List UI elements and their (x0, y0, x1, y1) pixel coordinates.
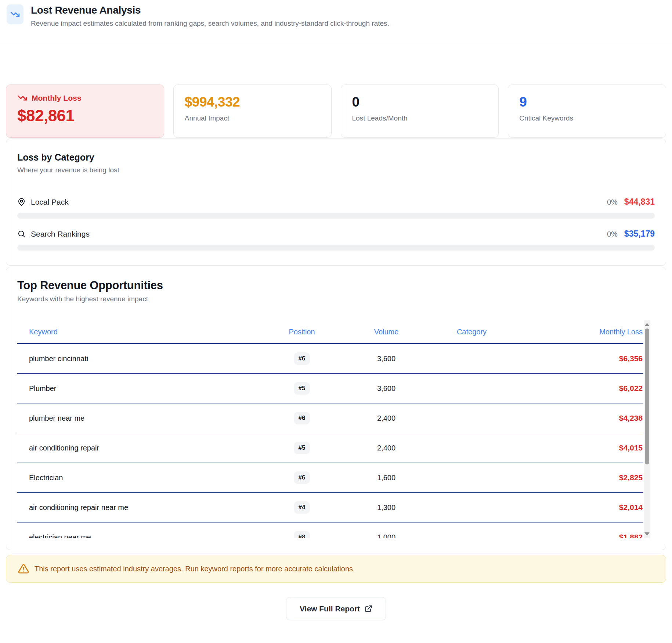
column-header-keyword[interactable]: Keyword (17, 328, 252, 336)
keyword-cell: electrician near me (17, 533, 252, 539)
volume-cell: 3,600 (351, 355, 421, 363)
trending-down-icon (7, 4, 24, 24)
loss-by-category-card: Loss by Category Where your revenue is b… (6, 139, 666, 266)
category-percent: 0% (607, 230, 618, 238)
position-badge: #6 (294, 412, 310, 424)
page-title: Lost Revenue Analysis (31, 4, 389, 16)
page-header: Lost Revenue Analysis Revenue impact est… (0, 0, 672, 42)
monthly-loss-cell: $6,356 (522, 354, 643, 363)
keyword-cell: Electrician (17, 474, 252, 482)
keyword-cell: plumber near me (17, 414, 252, 423)
table-header-row: Keyword Position Volume Category Monthly… (17, 320, 643, 344)
volume-cell: 1,600 (351, 474, 421, 482)
local-pack-progress-bar (17, 213, 655, 219)
monthly-loss-cell: $1,882 (522, 533, 643, 538)
category-label: Local Pack (31, 198, 69, 206)
category-row-local-pack: Local Pack 0% $44,831 (17, 197, 655, 207)
search-icon (17, 230, 26, 238)
column-header-position[interactable]: Position (252, 328, 351, 336)
stats-row: Monthly Loss $82,861 $994,332 Annual Imp… (6, 85, 666, 138)
position-badge: #6 (294, 352, 310, 365)
position-badge: #6 (294, 471, 310, 484)
lost-leads-label: Lost Leads/Month (352, 114, 488, 122)
loss-by-category-subtitle: Where your revenue is being lost (17, 166, 655, 174)
search-rankings-progress-bar (17, 245, 655, 251)
table-row: Plumber #5 3,600 $6,022 (17, 374, 643, 403)
volume-cell: 1,000 (351, 533, 421, 539)
position-badge: #5 (294, 442, 310, 454)
table-row: electrician near me #8 1,000 $1,882 (17, 522, 643, 538)
monthly-loss-label: Monthly Loss (32, 94, 81, 103)
monthly-loss-cell: $4,015 (522, 443, 643, 452)
stat-card-annual-impact: $994,332 Annual Impact (173, 85, 332, 138)
table-row: plumber cincinnati #6 3,600 $6,356 (17, 344, 643, 374)
keyword-cell: air conditioning repair (17, 444, 252, 452)
scrollbar-up-arrow-icon[interactable] (644, 323, 650, 326)
warning-triangle-icon (18, 563, 29, 574)
category-amount: $35,179 (624, 229, 655, 239)
view-full-report-label: View Full Report (300, 604, 360, 613)
volume-cell: 2,400 (351, 414, 421, 423)
stat-card-critical-keywords: 9 Critical Keywords (508, 85, 666, 138)
opportunities-subtitle: Keywords with the highest revenue impact (17, 295, 655, 303)
position-badge: #4 (294, 501, 310, 514)
monthly-loss-cell: $6,022 (522, 384, 643, 393)
annual-impact-value: $994,332 (185, 94, 320, 110)
lost-leads-value: 0 (352, 94, 488, 110)
opportunities-table: Keyword Position Volume Category Monthly… (17, 320, 655, 538)
volume-cell: 2,400 (351, 444, 421, 452)
scrollbar-down-arrow-icon[interactable] (644, 532, 650, 536)
monthly-loss-cell: $4,238 (522, 414, 643, 423)
opportunities-title: Top Revenue Opportunities (17, 279, 655, 292)
table-row: Electrician #6 1,600 $2,825 (17, 463, 643, 493)
table-scrollbar[interactable] (644, 320, 650, 538)
top-revenue-opportunities-card: Top Revenue Opportunities Keywords with … (6, 267, 666, 550)
external-link-icon (365, 605, 372, 613)
estimate-warning-banner: This report uses estimated industry aver… (6, 555, 666, 583)
category-amount: $44,831 (624, 197, 655, 207)
table-row: air conditioning repair #5 2,400 $4,015 (17, 433, 643, 463)
stat-card-monthly-loss: Monthly Loss $82,861 (6, 85, 164, 138)
monthly-loss-cell: $2,014 (522, 503, 643, 512)
position-badge: #5 (294, 382, 310, 395)
map-pin-icon (17, 198, 26, 206)
position-badge: #8 (294, 531, 310, 538)
monthly-loss-value: $82,861 (17, 107, 153, 125)
category-label: Search Rankings (31, 230, 90, 238)
category-row-search-rankings: Search Rankings 0% $35,179 (17, 229, 655, 239)
column-header-category[interactable]: Category (421, 328, 522, 336)
keyword-cell: Plumber (17, 384, 252, 393)
table-row: plumber near me #6 2,400 $4,238 (17, 403, 643, 433)
critical-keywords-label: Critical Keywords (519, 114, 655, 122)
stat-card-lost-leads: 0 Lost Leads/Month (341, 85, 499, 138)
column-header-monthly-loss[interactable]: Monthly Loss (522, 328, 643, 336)
warning-text: This report uses estimated industry aver… (35, 565, 355, 573)
page-subtitle: Revenue impact estimates calculated from… (31, 19, 389, 28)
keyword-cell: air conditioning repair near me (17, 503, 252, 512)
scrollbar-thumb[interactable] (645, 328, 649, 464)
monthly-loss-cell: $2,825 (522, 473, 643, 482)
critical-keywords-value: 9 (519, 94, 655, 110)
loss-by-category-title: Loss by Category (17, 152, 655, 163)
view-full-report-button[interactable]: View Full Report (286, 597, 386, 620)
annual-impact-label: Annual Impact (185, 114, 320, 122)
trending-down-icon (17, 93, 27, 103)
table-row: air conditioning repair near me #4 1,300… (17, 493, 643, 522)
volume-cell: 3,600 (351, 384, 421, 393)
keyword-cell: plumber cincinnati (17, 355, 252, 363)
column-header-volume[interactable]: Volume (351, 328, 421, 336)
category-percent: 0% (607, 198, 618, 206)
volume-cell: 1,300 (351, 503, 421, 512)
